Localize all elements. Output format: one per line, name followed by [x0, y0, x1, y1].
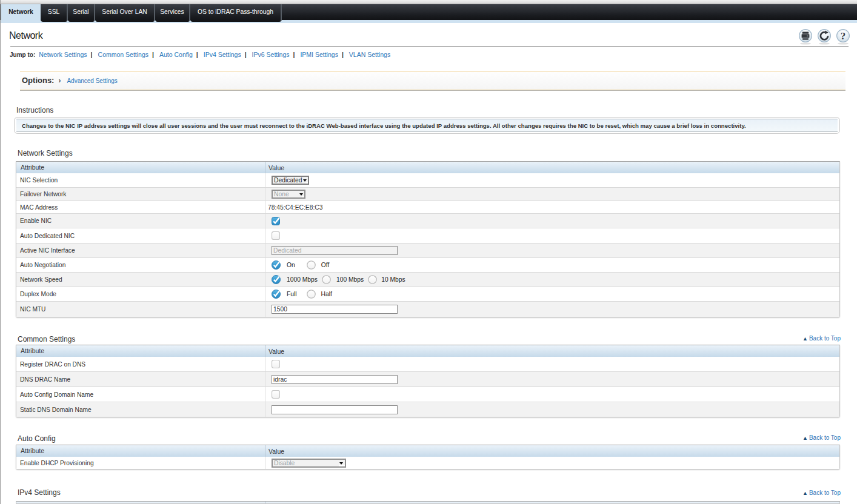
svg-text:?: ? [841, 30, 846, 42]
